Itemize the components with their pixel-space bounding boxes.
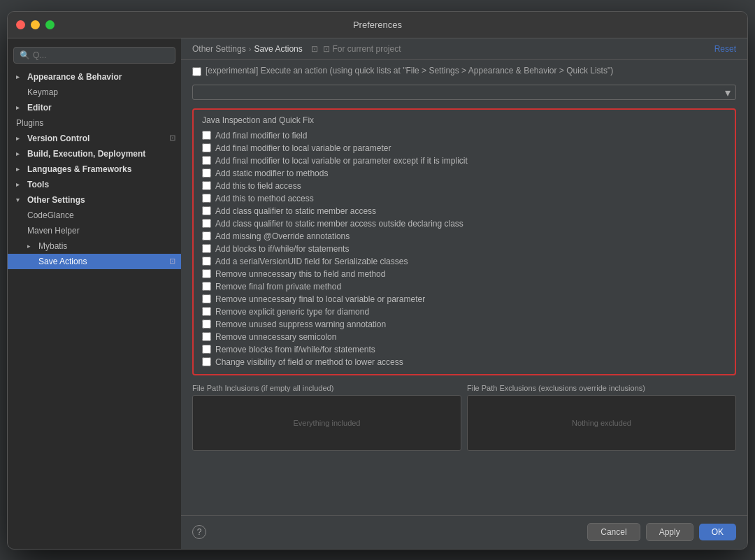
checkbox-add-static[interactable] xyxy=(202,168,211,178)
content-area: 🔍 ▸ Appearance & Behavior Keymap ▸ Edito… xyxy=(8,38,747,549)
sidebar-item-appearance[interactable]: ▸ Appearance & Behavior xyxy=(8,69,181,85)
checkbox-label[interactable]: Add final modifier to local variable or … xyxy=(215,156,468,166)
list-item: Add a serialVersionUID field for Seriali… xyxy=(202,255,726,268)
minimize-button[interactable] xyxy=(31,20,40,29)
exclusions-placeholder: Nothing excluded xyxy=(572,419,631,427)
checkbox-add-final-local[interactable] xyxy=(202,143,211,152)
checkbox-label[interactable]: Add class qualifier to static member acc… xyxy=(215,206,376,216)
list-item: Add final modifier to local variable or … xyxy=(202,142,726,155)
checkbox-label[interactable]: Remove final from private method xyxy=(215,282,341,292)
checkbox-label[interactable]: Add class qualifier to static member acc… xyxy=(215,219,463,229)
list-item: Add this to method access xyxy=(202,192,726,205)
list-item: Remove unused suppress warning annotatio… xyxy=(202,318,726,331)
list-item: Change visibility of field or method to … xyxy=(202,356,726,368)
inclusions-column: File Path Inclusions (if empty all inclu… xyxy=(192,384,461,451)
window-title: Preferences xyxy=(353,20,402,30)
sidebar-item-editor[interactable]: ▸ Editor xyxy=(8,100,181,115)
list-item: Remove final from private method xyxy=(202,280,726,293)
checkbox-add-final-field[interactable] xyxy=(202,131,211,140)
checkbox-label[interactable]: Remove unnecessary semicolon xyxy=(215,332,336,342)
checkbox-label[interactable]: Add blocks to if/while/for statements xyxy=(215,244,349,254)
checkbox-label[interactable]: Add a serialVersionUID field for Seriali… xyxy=(215,257,408,266)
action-dropdown[interactable] xyxy=(192,85,736,100)
experimental-label[interactable]: [experimental] Execute an action (using … xyxy=(206,66,613,76)
sidebar-item-plugins[interactable]: Plugins xyxy=(8,115,181,131)
sidebar-item-maven-helper[interactable]: Maven Helper xyxy=(8,223,181,238)
main-panel: Other Settings › Save Actions ⊡ ⊡ For cu… xyxy=(181,38,747,549)
sidebar-item-languages[interactable]: ▸ Languages & Frameworks xyxy=(8,161,181,177)
checkbox-add-this-field[interactable] xyxy=(202,181,211,190)
checkbox-remove-generic[interactable] xyxy=(202,307,211,316)
breadcrumb-parent: Other Settings xyxy=(192,44,246,54)
list-item: Add missing @Override annotations xyxy=(202,230,726,243)
checkbox-add-this-method[interactable] xyxy=(202,194,211,203)
sidebar-item-tools[interactable]: ▸ Tools xyxy=(8,177,181,192)
checkbox-label[interactable]: Add final modifier to local variable or … xyxy=(215,143,391,153)
experimental-row: [experimental] Execute an action (using … xyxy=(192,66,736,76)
inclusions-content: Everything included xyxy=(192,395,461,451)
checkbox-remove-semicolon[interactable] xyxy=(202,332,211,341)
checkbox-add-class-qualifier-outside[interactable] xyxy=(202,219,211,228)
checkbox-label[interactable]: Remove blocks from if/while/for statemen… xyxy=(215,345,375,354)
checkbox-remove-final-local[interactable] xyxy=(202,294,211,303)
checkbox-label[interactable]: Remove explicit generic type for diamond xyxy=(215,307,369,317)
sidebar-item-mybatis[interactable]: ▸ Mybatis xyxy=(8,238,181,254)
experimental-checkbox[interactable] xyxy=(192,67,201,76)
ok-button[interactable]: OK xyxy=(699,524,736,540)
exclusions-content: Nothing excluded xyxy=(467,395,736,451)
sidebar-item-label: Appearance & Behavior xyxy=(27,72,122,82)
checkbox-add-final-implicit[interactable] xyxy=(202,156,211,165)
help-button[interactable]: ? xyxy=(192,525,206,539)
sidebar-item-version-control[interactable]: ▸ Version Control ⊡ xyxy=(8,131,181,146)
checkbox-add-missing-override[interactable] xyxy=(202,231,211,240)
expand-arrow-icon: ▸ xyxy=(27,241,37,251)
list-item: Add final modifier to local variable or … xyxy=(202,155,726,167)
checkbox-label[interactable]: Remove unnecessary final to local variab… xyxy=(215,294,425,304)
maximize-button[interactable] xyxy=(45,20,55,29)
file-paths-section: File Path Inclusions (if empty all inclu… xyxy=(192,384,736,451)
expand-arrow-icon: ▸ xyxy=(16,149,26,159)
close-button[interactable] xyxy=(16,20,25,29)
list-item: Add this to field access xyxy=(202,180,726,192)
sidebar-item-other-settings[interactable]: ▾ Other Settings xyxy=(8,192,181,208)
checkbox-label[interactable]: Change visibility of field or method to … xyxy=(215,357,403,367)
sidebar-item-label: Keymap xyxy=(27,87,58,97)
checkbox-label[interactable]: Remove unnecessary this to field and met… xyxy=(215,269,385,279)
cancel-button[interactable]: Cancel xyxy=(587,523,640,541)
checkbox-remove-final-private[interactable] xyxy=(202,282,211,291)
breadcrumb-project: ⊡ ⊡ For current project xyxy=(311,44,401,54)
checkbox-label[interactable]: Add this to field access xyxy=(215,181,301,191)
checkbox-label[interactable]: Add final modifier to field xyxy=(215,131,307,141)
breadcrumb-bar: Other Settings › Save Actions ⊡ ⊡ For cu… xyxy=(181,38,747,60)
sidebar-item-codeglance[interactable]: CodeGlance xyxy=(8,208,181,223)
inspection-title: Java Inspection and Quick Fix xyxy=(202,115,726,125)
checkbox-add-serial[interactable] xyxy=(202,257,211,266)
search-input[interactable] xyxy=(33,50,169,60)
checkbox-remove-this[interactable] xyxy=(202,269,211,278)
checkbox-label[interactable]: Add static modifier to methods xyxy=(215,168,328,178)
search-icon: 🔍 xyxy=(20,50,30,60)
save-actions-icon: ⊡ xyxy=(169,257,175,266)
apply-button[interactable]: Apply xyxy=(646,523,693,541)
sidebar-item-save-actions[interactable]: Save Actions ⊡ xyxy=(8,254,181,269)
list-item: Remove unnecessary semicolon xyxy=(202,331,726,343)
checkbox-add-blocks[interactable] xyxy=(202,244,211,253)
checkbox-change-visibility[interactable] xyxy=(202,357,211,366)
checkbox-label[interactable]: Remove unused suppress warning annotatio… xyxy=(215,320,386,329)
expand-arrow-icon: ▸ xyxy=(16,134,26,143)
checkbox-remove-blocks[interactable] xyxy=(202,345,211,354)
sidebar-item-build-exec[interactable]: ▸ Build, Execution, Deployment xyxy=(8,146,181,161)
preferences-window: Preferences 🔍 ▸ Appearance & Behavior Ke… xyxy=(7,11,748,550)
checkbox-remove-suppress[interactable] xyxy=(202,320,211,329)
checkbox-label[interactable]: Add missing @Override annotations xyxy=(215,231,350,241)
sidebar-item-keymap[interactable]: Keymap xyxy=(8,85,181,100)
expand-arrow-icon: ▸ xyxy=(16,164,26,174)
list-item: Add static modifier to methods xyxy=(202,167,726,180)
sidebar-item-label: Mybatis xyxy=(38,241,67,251)
checkbox-label[interactable]: Add this to method access xyxy=(215,194,314,203)
sidebar-item-label: Save Actions xyxy=(38,257,87,266)
search-box[interactable]: 🔍 xyxy=(13,47,175,64)
checkbox-add-class-qualifier[interactable] xyxy=(202,206,211,215)
reset-button[interactable]: Reset xyxy=(714,44,736,54)
project-icon: ⊡ xyxy=(311,44,318,54)
